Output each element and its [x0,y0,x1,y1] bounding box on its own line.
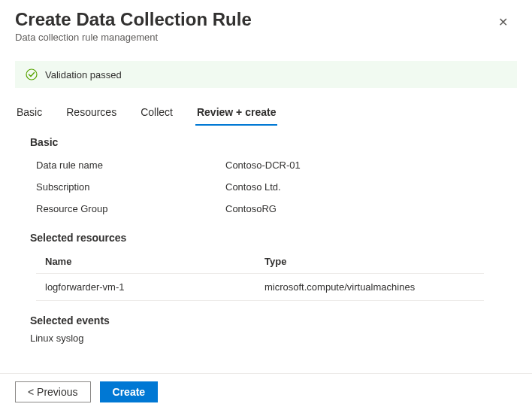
section-heading-resources: Selected resources [30,232,517,244]
close-icon: ✕ [498,16,508,29]
wizard-tabs: Basic Resources Collect Review + create [0,97,532,126]
svg-point-0 [26,69,37,80]
resource-name-cell: logforwarder-vm-1 [45,281,264,293]
resources-table: Name Type logforwarder-vm-1 microsoft.co… [36,250,484,301]
resource-type-cell: microsoft.compute/virtualmachines [264,281,475,293]
events-body: Linux syslog [30,333,517,344]
basic-properties: Data rule name Contoso-DCR-01 Subscripti… [30,154,517,220]
tab-resources[interactable]: Resources [65,102,118,126]
property-value: Contoso Ltd. [225,181,281,193]
page-subtitle: Data collection rule management [15,32,492,43]
validation-message: Validation passed [45,69,122,80]
table-header: Name Type [36,250,484,273]
wizard-footer: < Previous Create [0,373,532,410]
section-heading-basic: Basic [30,136,517,148]
tab-review-create[interactable]: Review + create [195,102,277,126]
column-header-type: Type [264,256,475,267]
section-heading-events: Selected events [30,314,517,326]
tab-collect[interactable]: Collect [139,102,174,126]
property-label: Subscription [36,181,225,193]
page-title: Create Data Collection Rule [15,9,492,30]
validation-banner: Validation passed [15,61,517,88]
column-header-name: Name [45,256,264,267]
tab-basic[interactable]: Basic [15,102,44,126]
property-row: Resource Group ContosoRG [36,198,517,220]
close-button[interactable]: ✕ [492,12,514,32]
property-row: Data rule name Contoso-DCR-01 [36,154,517,176]
property-value: ContosoRG [225,203,277,214]
property-label: Data rule name [36,159,225,171]
check-circle-icon [26,68,38,80]
property-row: Subscription Contoso Ltd. [36,176,517,198]
table-row: logforwarder-vm-1 microsoft.compute/virt… [36,273,484,301]
property-label: Resource Group [36,203,225,214]
previous-button[interactable]: < Previous [15,381,91,402]
property-value: Contoso-DCR-01 [225,159,301,171]
review-content: Basic Data rule name Contoso-DCR-01 Subs… [0,126,532,344]
create-button[interactable]: Create [100,381,159,402]
panel-header: Create Data Collection Rule Data collect… [0,0,532,49]
